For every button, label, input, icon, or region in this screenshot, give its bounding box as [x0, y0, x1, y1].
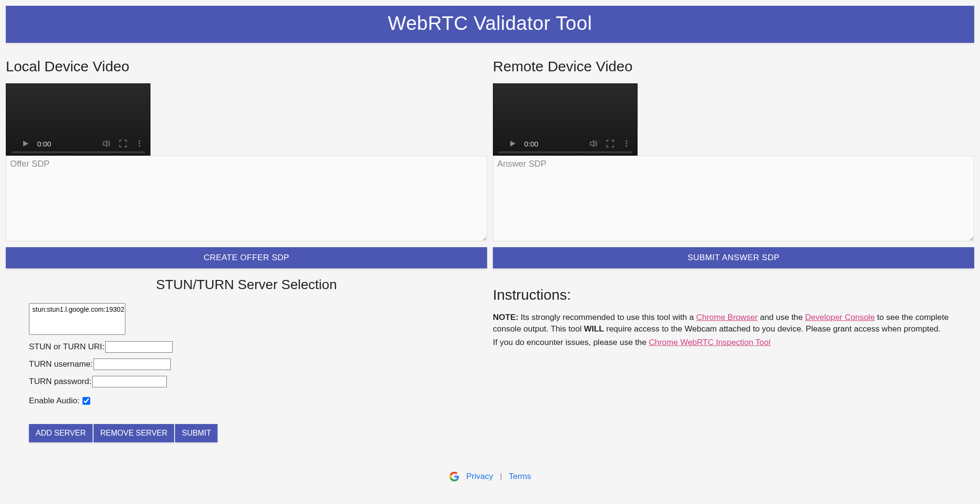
stun-turn-section: STUN/TURN Server Selection stun:stun1.l.… [6, 277, 487, 442]
play-icon[interactable] [509, 140, 517, 147]
server-list-option[interactable]: stun:stun1.l.google.com:19302 [30, 305, 124, 314]
svg-point-1 [139, 143, 140, 145]
instructions-text: NOTE: Its strongly recommended to use th… [493, 312, 974, 348]
volume-icon[interactable] [102, 139, 110, 148]
stun-heading: STUN/TURN Server Selection [6, 277, 487, 292]
svg-point-0 [139, 141, 140, 142]
local-video-scrubber[interactable] [11, 151, 145, 153]
play-icon[interactable] [22, 140, 29, 147]
remote-video-player[interactable]: 0:00 [493, 83, 638, 156]
instructions-heading: Instructions: [493, 287, 974, 303]
answer-sdp-textarea[interactable] [493, 156, 974, 241]
remove-server-button[interactable]: REMOVE SERVER [94, 424, 174, 442]
turn-password-input[interactable] [92, 376, 167, 387]
enable-audio-checkbox[interactable] [82, 397, 90, 405]
fullscreen-icon[interactable] [119, 140, 127, 147]
offer-sdp-textarea[interactable] [6, 156, 487, 241]
remote-video-scrubber[interactable] [498, 151, 632, 153]
local-video-player[interactable]: 0:00 [6, 83, 150, 156]
terms-link[interactable]: Terms [509, 472, 531, 481]
fullscreen-icon[interactable] [606, 140, 614, 147]
will-emphasis: WILL [584, 324, 604, 333]
submit-answer-button[interactable]: SUBMIT ANSWER SDP [493, 247, 974, 268]
privacy-link[interactable]: Privacy [466, 472, 493, 481]
turn-username-label: TURN username: [29, 359, 93, 369]
google-logo-icon [449, 471, 460, 482]
stun-uri-label: STUN or TURN URI: [29, 342, 104, 352]
more-icon[interactable] [623, 140, 630, 147]
local-column: Local Device Video 0:00 CREATE OF [6, 47, 487, 442]
local-video-heading: Local Device Video [6, 58, 487, 75]
remote-video-time: 0:00 [524, 140, 538, 148]
note-label: NOTE: [493, 313, 518, 322]
page-footer: Privacy | Terms [6, 471, 974, 482]
volume-icon[interactable] [589, 139, 598, 148]
local-video-time: 0:00 [37, 140, 51, 148]
turn-username-input[interactable] [94, 358, 171, 370]
svg-point-5 [626, 146, 627, 147]
svg-point-4 [626, 143, 627, 145]
more-icon[interactable] [136, 140, 143, 147]
remote-video-heading: Remote Device Video [493, 58, 974, 75]
server-list-select[interactable]: stun:stun1.l.google.com:19302 [29, 303, 125, 335]
app-header: WebRTC Validator Tool [6, 6, 974, 43]
enable-audio-label: Enable Audio: [29, 396, 80, 406]
submit-server-button[interactable]: SUBMIT [175, 424, 218, 442]
turn-password-label: TURN password: [29, 377, 91, 386]
footer-separator: | [500, 472, 502, 481]
developer-console-link[interactable]: Developer Console [805, 313, 875, 322]
chrome-browser-link[interactable]: Chrome Browser [696, 313, 758, 322]
svg-point-2 [139, 146, 140, 147]
stun-uri-input[interactable] [105, 341, 173, 353]
add-server-button[interactable]: ADD SERVER [29, 424, 93, 442]
app-title: WebRTC Validator Tool [388, 13, 592, 34]
svg-point-3 [626, 141, 627, 142]
chrome-inspection-tool-link[interactable]: Chrome WebRTC Inspection Tool [649, 338, 770, 347]
remote-column: Remote Device Video 0:00 SUBMIT A [493, 47, 974, 442]
create-offer-button[interactable]: CREATE OFFER SDP [6, 247, 487, 268]
